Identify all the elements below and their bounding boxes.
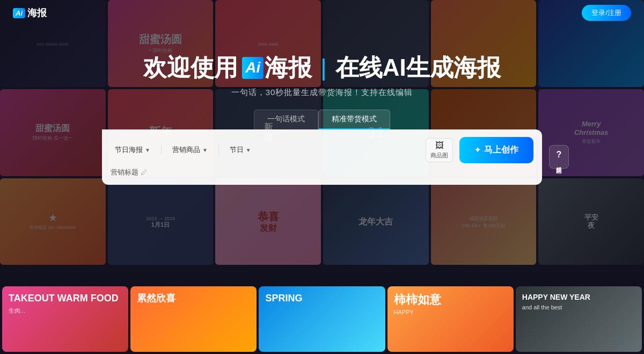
bottom-card-4-text: 柿柿如意: [394, 293, 441, 307]
dropdown-arrow-3: ▼: [246, 147, 251, 153]
tab-simple[interactable]: 一句话模式: [254, 110, 318, 129]
bottom-card-4-sub: HAPPY: [394, 309, 441, 315]
image-icon: 🖼: [435, 141, 444, 150]
create-button[interactable]: ✦ 马上创作: [459, 137, 533, 163]
bottom-card-4[interactable]: 柿柿如意 HAPPY: [387, 286, 514, 352]
hero-title-suffix: 在线AI生成海报: [335, 54, 501, 82]
holiday-label: 节日: [230, 145, 244, 155]
spark-icon: ✦: [474, 146, 481, 154]
logo: Ai 海报: [13, 6, 47, 19]
search-panel: 节日海报 ▼ 营销商品 ▼ 节日 ▼ 🖼 商品图 ✦ 马上创作: [102, 129, 542, 185]
holiday-dropdown[interactable]: 节日 ▼: [225, 143, 255, 157]
bottom-card-5-text: Happy New Year: [522, 293, 590, 302]
search-row-bottom: 营销标题 🖊: [111, 168, 533, 177]
bottom-card-5[interactable]: Happy New Year and all the best: [516, 286, 642, 352]
divider-2: [218, 145, 219, 155]
tab-precise[interactable]: 精准带货模式: [318, 110, 390, 129]
product-image-button[interactable]: 🖼 商品图: [426, 138, 453, 162]
bottom-poster-row: TAKEOUT WARM FOOD 生肉... 累然欣喜 SPRING 柿柿如意…: [0, 284, 644, 354]
edit-icon[interactable]: 🖊: [141, 169, 147, 176]
marketing-label: 营销标题: [111, 168, 138, 177]
feedback-button[interactable]: ? 反馈问题: [549, 145, 569, 169]
poster-type-label: 节日海报: [115, 145, 143, 155]
create-label: 马上创作: [484, 145, 518, 156]
login-button[interactable]: 登录/注册: [582, 5, 631, 21]
logo-text: 海报: [27, 6, 47, 19]
bottom-card-3-text: SPRING: [265, 293, 302, 305]
hero-separator: |: [320, 54, 326, 82]
hero-section: 欢迎使用 Ai 海报 | 在线AI生成海报 一句话，30秒批量生成带货海报！支持…: [80, 54, 564, 185]
product-img-label: 商品图: [430, 151, 448, 160]
bottom-card-3[interactable]: SPRING: [259, 286, 385, 352]
dropdown-arrow-1: ▼: [145, 147, 150, 153]
feedback-question: ?: [557, 150, 562, 160]
bottom-card-5-sub: and all the best: [522, 304, 590, 310]
navbar: Ai 海报 登录/注册: [0, 0, 644, 26]
poster-type-dropdown[interactable]: 节日海报 ▼: [111, 143, 155, 157]
hero-title: 欢迎使用 Ai 海报 | 在线AI生成海报: [80, 54, 564, 82]
bottom-card-1-sub: 生肉...: [9, 307, 119, 315]
logo-ai-badge: Ai: [13, 8, 25, 18]
bottom-card-2[interactable]: 累然欣喜: [130, 286, 257, 352]
divider-1: [161, 145, 162, 155]
dropdown-arrow-2: ▼: [202, 147, 208, 153]
search-input[interactable]: [262, 146, 419, 154]
product-type-label: 营销商品: [172, 145, 200, 155]
hero-logo-text: 海报: [265, 54, 312, 82]
product-type-dropdown[interactable]: 营销商品 ▼: [168, 143, 212, 157]
hero-prefix: 欢迎使用: [143, 54, 238, 82]
bottom-card-2-text: 累然欣喜: [137, 293, 175, 305]
tab-bar: 一句话模式 精准带货模式: [80, 110, 564, 129]
hero-logo: Ai 海报: [242, 54, 312, 82]
hero-logo-ai: Ai: [242, 57, 264, 78]
search-row-top: 节日海报 ▼ 营销商品 ▼ 节日 ▼ 🖼 商品图 ✦ 马上创作: [111, 137, 533, 163]
bottom-card-1[interactable]: TAKEOUT WARM FOOD 生肉...: [2, 286, 128, 352]
hero-subtitle: 一句话，30秒批量生成带货海报！支持在线编辑: [80, 88, 564, 98]
bottom-card-1-text: TAKEOUT WARM FOOD: [9, 293, 119, 305]
feedback-label: 反馈问题: [555, 162, 563, 164]
